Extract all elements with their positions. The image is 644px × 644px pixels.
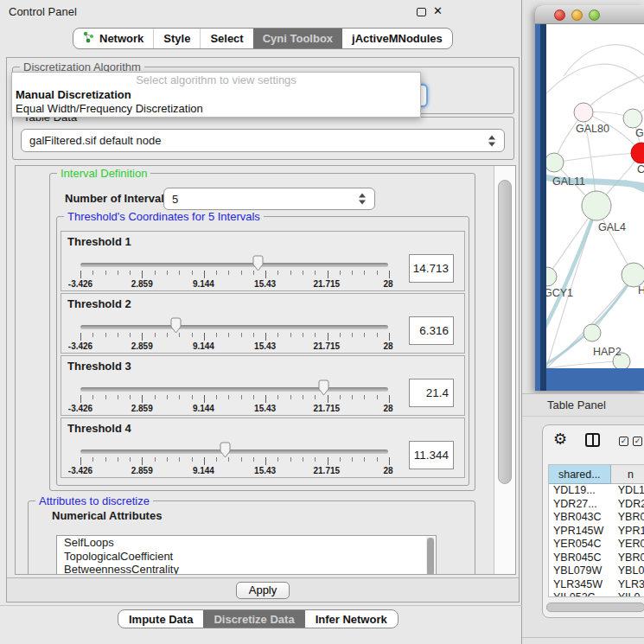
column-header-shared-name[interactable]: shared...: [549, 465, 611, 484]
dropdown-option-manual[interactable]: Manual Discretization: [12, 88, 420, 102]
cyni-toolbox-panel: Discretization Algorithm Select algorith…: [6, 57, 520, 603]
mac-zoom-button[interactable]: [589, 10, 600, 21]
node-label-gal80: GAL80: [576, 123, 609, 135]
list-scrollbar-thumb[interactable]: [427, 538, 434, 575]
slider-tick-labels: -3.4262.8599.14415.4321.71528: [80, 341, 388, 352]
gear-icon[interactable]: ⚙: [553, 430, 567, 449]
slider-thumb[interactable]: [252, 255, 265, 271]
slider-track[interactable]: [80, 387, 388, 392]
tab-cyni-toolbox-label: Cyni Toolbox: [263, 32, 333, 45]
slider-track[interactable]: [80, 450, 388, 454]
stepper-icon[interactable]: [488, 135, 496, 146]
threshold-2-label: Threshold 2: [67, 297, 131, 310]
tab-discretize-data[interactable]: Discretize Data: [203, 610, 304, 628]
table-row[interactable]: YIL052CYIL0: [549, 591, 644, 597]
tab-select[interactable]: Select: [200, 29, 252, 48]
table-panel-title: Table Panel: [547, 399, 606, 411]
slider-tick-labels: -3.4262.8599.14415.4321.71528: [80, 279, 388, 290]
threshold-1-panel: Threshold 1 -3.4262.8599.14415.4321.7152…: [61, 231, 465, 291]
cyni-mode-tabs: Impute Data Discretize Data Infer Networ…: [118, 609, 399, 628]
slider-tick-labels: -3.4262.8599.14421.71515.4328: [80, 466, 388, 476]
dropdown-option-equal-width[interactable]: Equal Width/Frequency Discretization: [12, 102, 420, 116]
settings-scrollbar-thumb[interactable]: [498, 180, 512, 484]
slider-major-ticks: [80, 457, 390, 465]
table-row[interactable]: YLR345WYLR3: [549, 578, 644, 592]
list-item[interactable]: TopologicalCoefficient: [57, 550, 436, 564]
mac-titlebar[interactable]: [535, 5, 644, 24]
table-row[interactable]: YBR043CYBR0: [549, 511, 644, 525]
threshold-coordinates-title: Threshold's Coordinates for 5 Intervals: [64, 210, 264, 223]
node-h[interactable]: [622, 263, 644, 287]
tab-infer-network[interactable]: Infer Network: [305, 610, 398, 628]
node-label-h: H: [638, 284, 644, 296]
checkbox-icon[interactable]: ✓: [619, 437, 628, 446]
node-label-hap2: HAP2: [593, 346, 622, 358]
section-divider: [522, 637, 644, 638]
table-row[interactable]: YBR045CYBR0: [549, 552, 644, 565]
network-icon: [83, 31, 94, 46]
threshold-4-value-input[interactable]: 11.344: [409, 441, 454, 469]
list-item[interactable]: SelfLoops: [57, 536, 436, 550]
table-row[interactable]: YDR27...YDR2: [549, 498, 644, 512]
list-scrollbar[interactable]: [426, 537, 435, 575]
table-hscrollbar-thumb[interactable]: [546, 603, 644, 612]
settings-scrollbar[interactable]: [494, 166, 516, 574]
tab-cyni-toolbox[interactable]: Cyni Toolbox: [253, 29, 342, 48]
stepper-icon[interactable]: [359, 194, 367, 205]
tab-style[interactable]: Style: [153, 29, 200, 48]
slider-thumb[interactable]: [169, 317, 182, 334]
threshold-1-value-input[interactable]: 14.713: [409, 254, 454, 283]
right-section: GAL80 G C GAL11 GAL4 GCY1 H HAP2: [522, 0, 644, 644]
threshold-3-value-input[interactable]: 21.4: [409, 379, 454, 407]
slider-track[interactable]: [80, 263, 388, 267]
slider-track[interactable]: [80, 325, 388, 329]
close-icon[interactable]: ✕: [433, 4, 443, 17]
number-of-intervals-value: 5: [172, 193, 178, 206]
panel-title: Control Panel: [9, 5, 77, 18]
threshold-2-value-input[interactable]: 6.316: [409, 316, 454, 345]
interval-definition-title: Interval Definition: [57, 167, 150, 180]
tab-network[interactable]: Network: [73, 29, 153, 48]
apply-button[interactable]: Apply: [236, 582, 290, 599]
table-data-value: galFiltered.sif default node: [29, 134, 161, 147]
algorithm-dropdown-popup: Select algorithm to view settings Manual…: [11, 72, 421, 118]
node-gal11[interactable]: [546, 153, 564, 172]
table-row[interactable]: YDL19...YDL1: [549, 484, 644, 498]
node-hap2[interactable]: [583, 324, 601, 341]
node-label-gcy1: GCY1: [546, 287, 573, 299]
node-red[interactable]: [631, 143, 644, 163]
checkbox-icon[interactable]: ✓: [633, 437, 642, 446]
node-g[interactable]: [623, 109, 642, 128]
tab-impute-data-label: Impute Data: [129, 613, 193, 626]
table-row[interactable]: YBL079WYBL0: [549, 564, 644, 578]
tab-jactivemnodules-label: jActiveMNodules: [352, 32, 443, 45]
slider-thumb[interactable]: [317, 379, 330, 396]
column-header-name[interactable]: n: [611, 465, 644, 484]
node-gal80[interactable]: [574, 103, 593, 122]
node-label-c: C: [637, 163, 644, 175]
screenshot-root: Control Panel ✕ Network Style Select: [0, 0, 644, 644]
mac-minimize-button[interactable]: [571, 10, 583, 21]
slider-thumb[interactable]: [219, 442, 232, 458]
control-panel: Control Panel ✕ Network Style Select: [0, 0, 522, 644]
mac-close-button[interactable]: [554, 10, 565, 21]
table-panel: ⚙ ✓ ✓ shared... n YDL19...YDL1 YDR27...Y…: [542, 424, 644, 618]
node-gcy1[interactable]: [546, 267, 557, 286]
node-gal4[interactable]: [582, 191, 611, 220]
network-nodes[interactable]: [546, 103, 644, 368]
float-window-icon[interactable]: [417, 8, 426, 16]
table-data-combobox[interactable]: galFiltered.sif default node: [21, 129, 505, 152]
tab-impute-data[interactable]: Impute Data: [118, 610, 203, 628]
slider-tick-labels: -3.4262.8599.14415.4321.71528: [80, 404, 388, 414]
table-row[interactable]: YPR145WYPR1: [549, 525, 644, 539]
table-hscrollbar[interactable]: [546, 602, 644, 613]
list-item[interactable]: BetweennessCentrality: [57, 563, 436, 575]
slider-major-ticks: [80, 271, 390, 278]
columns-icon[interactable]: [585, 433, 600, 447]
control-panel-tabs: Network Style Select Cyni Toolbox jActiv…: [73, 28, 453, 49]
table-row[interactable]: YER054CYER0: [549, 538, 644, 552]
tab-jactivemnodules[interactable]: jActiveMNodules: [342, 29, 452, 48]
number-of-intervals-spinner[interactable]: 5: [163, 188, 375, 210]
threshold-3-panel: Threshold 3 -3.4262.8599.14415.4321.7152…: [61, 355, 465, 416]
network-canvas[interactable]: GAL80 G C GAL11 GAL4 GCY1 H HAP2: [546, 24, 644, 368]
